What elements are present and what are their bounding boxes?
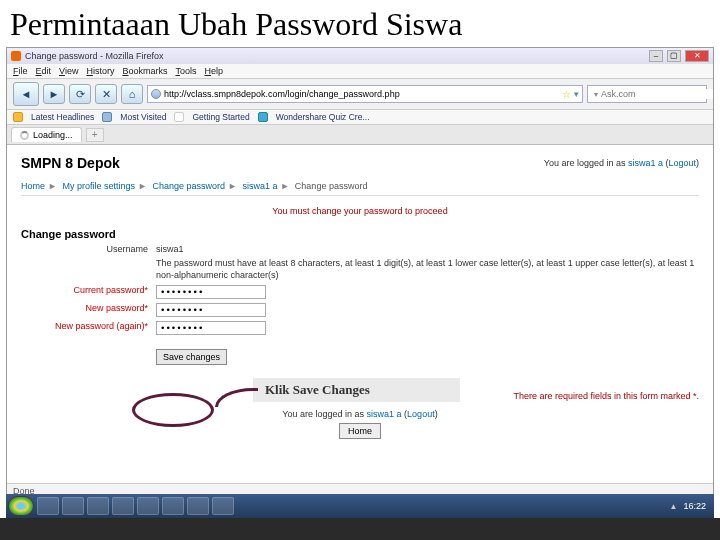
logout-link[interactable]: Logout xyxy=(668,158,696,168)
menu-view[interactable]: View xyxy=(59,66,78,76)
home-toolbar-button[interactable]: ⌂ xyxy=(121,84,143,104)
site-name: SMPN 8 Depok xyxy=(21,155,120,171)
user-link[interactable]: siswa1 a xyxy=(628,158,663,168)
menu-bar: File Edit View History Bookmarks Tools H… xyxy=(7,64,713,79)
slide-title: Permintaaan Ubah Password Siswa xyxy=(0,0,720,47)
system-tray[interactable]: ▲ 16:22 xyxy=(664,501,712,511)
firefox-icon xyxy=(11,51,21,61)
windows-taskbar: ▲ 16:22 xyxy=(6,494,714,518)
logout-link-bottom[interactable]: Logout xyxy=(407,409,435,419)
forward-button[interactable]: ► xyxy=(43,84,65,104)
url-input[interactable] xyxy=(164,89,559,99)
rss-icon xyxy=(13,112,23,122)
reload-button[interactable]: ⟳ xyxy=(69,84,91,104)
folder-icon xyxy=(102,112,112,122)
window-titlebar: Change password - Mozilla Firefox – ▢ ✕ xyxy=(7,48,713,64)
taskbar-item-8[interactable] xyxy=(212,497,234,515)
password-help: The password must have at least 8 charac… xyxy=(156,258,699,281)
taskbar-item-3[interactable] xyxy=(87,497,109,515)
crumb-user[interactable]: siswa1 a xyxy=(242,181,277,191)
current-password-label: Current password* xyxy=(21,285,156,299)
crumb-home[interactable]: Home xyxy=(21,181,45,191)
tab-bar: Loading... + xyxy=(7,125,713,145)
menu-file[interactable]: File xyxy=(13,66,28,76)
site-identity-icon xyxy=(151,89,161,99)
bookmark-wondershare[interactable]: Wondershare Quiz Cre... xyxy=(276,112,370,122)
maximize-button[interactable]: ▢ xyxy=(667,50,681,62)
tab-label: Loading... xyxy=(33,130,73,140)
address-bar[interactable]: ☆ ▾ xyxy=(147,85,583,103)
login-info-bottom: You are logged in as siswa1 a (Logout) xyxy=(21,409,699,419)
username-label: Username xyxy=(21,244,156,254)
user-link-bottom[interactable]: siswa1 a xyxy=(367,409,402,419)
new-password-again-label: New password (again)* xyxy=(21,321,156,335)
breadcrumb: Home► My profile settings► Change passwo… xyxy=(21,177,699,196)
crumb-profile[interactable]: My profile settings xyxy=(62,181,135,191)
window-title: Change password - Mozilla Firefox xyxy=(25,51,164,61)
search-bar[interactable]: ▾ xyxy=(587,85,707,103)
taskbar-item-7[interactable] xyxy=(187,497,209,515)
bookmark-star-icon[interactable]: ☆ xyxy=(562,89,571,100)
stop-button[interactable]: ✕ xyxy=(95,84,117,104)
home-button[interactable]: Home xyxy=(339,423,381,439)
url-dropdown-icon[interactable]: ▾ xyxy=(574,89,579,99)
notice-text: You must change your password to proceed xyxy=(21,206,699,216)
login-info-top: You are logged in as siswa1 a (Logout) xyxy=(544,158,699,168)
loading-spinner-icon xyxy=(20,131,29,140)
app-icon xyxy=(258,112,268,122)
bookmark-headlines[interactable]: Latest Headlines xyxy=(31,112,94,122)
tab-loading[interactable]: Loading... xyxy=(11,127,82,142)
new-tab-button[interactable]: + xyxy=(86,128,104,142)
start-button[interactable] xyxy=(8,496,34,516)
bookmark-mostvisited[interactable]: Most Visited xyxy=(120,112,166,122)
menu-help[interactable]: Help xyxy=(204,66,223,76)
menu-bookmarks[interactable]: Bookmarks xyxy=(122,66,167,76)
page-content: SMPN 8 Depok You are logged in as siswa1… xyxy=(7,145,713,483)
bookmark-getting-started[interactable]: Getting Started xyxy=(192,112,249,122)
new-password-again-input[interactable] xyxy=(156,321,266,335)
minimize-button[interactable]: – xyxy=(649,50,663,62)
close-button[interactable]: ✕ xyxy=(685,50,709,62)
search-input[interactable] xyxy=(601,89,713,99)
crumb-changepw[interactable]: Change password xyxy=(152,181,225,191)
new-password-label: New password* xyxy=(21,303,156,317)
tray-expand-icon[interactable]: ▲ xyxy=(670,502,678,511)
new-password-input[interactable] xyxy=(156,303,266,317)
slide-bottom-bar xyxy=(0,518,720,540)
form-title: Change password xyxy=(21,228,699,240)
taskbar-item-4[interactable] xyxy=(112,497,134,515)
search-dropdown-icon[interactable]: ▾ xyxy=(594,90,598,99)
crumb-current: Change password xyxy=(295,181,368,191)
page-icon xyxy=(174,112,184,122)
menu-history[interactable]: History xyxy=(86,66,114,76)
annotation-callout: Klik Save Changes xyxy=(253,378,460,402)
taskbar-item-1[interactable] xyxy=(37,497,59,515)
back-button[interactable]: ◄ xyxy=(13,82,39,106)
menu-edit[interactable]: Edit xyxy=(36,66,52,76)
menu-tools[interactable]: Tools xyxy=(175,66,196,76)
nav-toolbar: ◄ ► ⟳ ✕ ⌂ ☆ ▾ ▾ xyxy=(7,79,713,110)
browser-window: Change password - Mozilla Firefox – ▢ ✕ … xyxy=(6,47,714,499)
save-changes-button[interactable]: Save changes xyxy=(156,349,227,365)
taskbar-item-5[interactable] xyxy=(137,497,159,515)
clock: 16:22 xyxy=(683,501,706,511)
username-value: siswa1 xyxy=(156,244,184,254)
current-password-input[interactable] xyxy=(156,285,266,299)
taskbar-item-2[interactable] xyxy=(62,497,84,515)
taskbar-item-6[interactable] xyxy=(162,497,184,515)
bookmarks-toolbar: Latest Headlines Most Visited Getting St… xyxy=(7,110,713,125)
